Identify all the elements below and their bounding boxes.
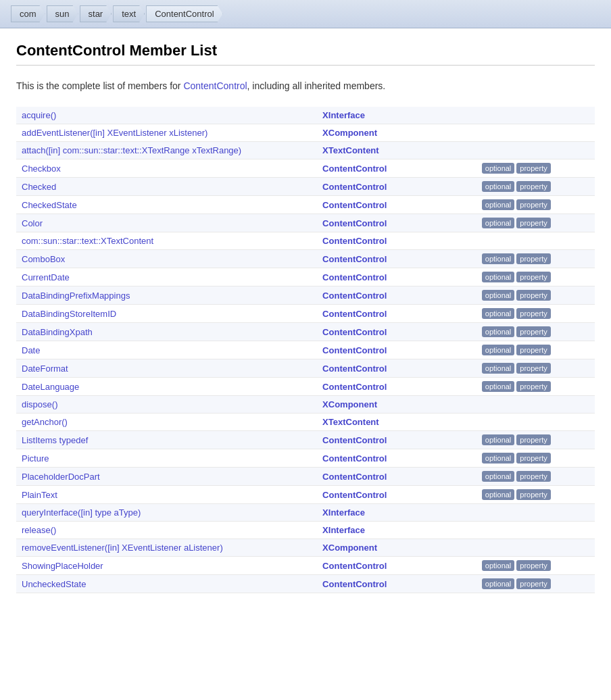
member-name-link[interactable]: DateFormat <box>22 364 68 374</box>
breadcrumb-item-contentcontrol[interactable]: ContentControl <box>146 5 222 22</box>
member-class-link[interactable]: ContentControl <box>322 472 387 482</box>
member-class-link[interactable]: XInterface <box>322 525 365 535</box>
optional-tag: optional <box>482 163 515 174</box>
table-row: PlaceholderDocPartContentControloptional… <box>16 468 595 486</box>
member-class-link[interactable]: ContentControl <box>322 291 387 301</box>
member-class-cell: ContentControl <box>317 268 479 286</box>
member-name-cell: attach([in] com::sun::star::text::XTextR… <box>16 142 317 159</box>
member-name-cell: CheckedState <box>16 196 317 214</box>
member-class-link[interactable]: ContentControl <box>322 561 387 571</box>
member-name-link[interactable]: DataBindingPrefixMappings <box>22 291 130 301</box>
breadcrumb-item-com[interactable]: com <box>11 5 45 22</box>
breadcrumb-item-star[interactable]: star <box>80 5 112 22</box>
member-class-link[interactable]: XComponent <box>322 543 377 553</box>
member-class-link[interactable]: ContentControl <box>322 364 387 374</box>
member-class-cell: ContentControl <box>317 214 479 232</box>
property-tag: property <box>516 489 550 500</box>
member-name-link[interactable]: PlainText <box>22 490 57 500</box>
member-table: acquire()XInterfaceaddEventListener([in]… <box>16 107 595 593</box>
member-name-link[interactable]: getAnchor() <box>22 417 68 427</box>
member-class-link[interactable]: XInterface <box>322 507 365 518</box>
member-tags-cell: optionalproperty <box>479 196 502 214</box>
member-class-link[interactable]: ContentControl <box>322 272 387 282</box>
member-name-link[interactable]: UncheckedState <box>22 579 86 589</box>
table-row: getAnchor()XTextContent <box>16 414 595 431</box>
member-name-link[interactable]: Picture <box>22 453 49 464</box>
member-class-link[interactable]: ContentControl <box>322 345 387 355</box>
member-class-link[interactable]: ContentControl <box>322 200 387 210</box>
member-name-link[interactable]: DataBindingStoreItemID <box>22 309 116 319</box>
member-name-cell: PlaceholderDocPart <box>16 468 317 486</box>
member-tags-cell: optionalproperty <box>479 359 502 377</box>
member-name-cell: Date <box>16 341 317 359</box>
member-tags-cell: optionalproperty <box>479 486 502 503</box>
member-class-link[interactable]: ContentControl <box>322 164 387 174</box>
member-class-link[interactable]: ContentControl <box>322 309 387 319</box>
member-tags-cell <box>479 539 502 546</box>
member-class-link[interactable]: XComponent <box>322 128 377 138</box>
member-name-link[interactable]: CurrentDate <box>22 272 70 282</box>
member-class-cell: ContentControl <box>317 449 479 468</box>
member-tags-cell: optionalproperty <box>479 178 502 195</box>
member-class-link[interactable]: ContentControl <box>322 182 387 192</box>
property-tag: property <box>516 290 550 301</box>
optional-tag: optional <box>482 290 515 301</box>
member-class-link[interactable]: ContentControl <box>322 382 387 392</box>
member-name-link[interactable]: acquire() <box>22 110 56 120</box>
member-class-link[interactable]: ContentControl <box>322 435 387 445</box>
member-name-link[interactable]: Color <box>22 218 43 228</box>
member-class-cell: ContentControl <box>317 178 479 196</box>
member-class-link[interactable]: ContentControl <box>322 254 387 264</box>
member-name-link[interactable]: DataBindingXpath <box>22 327 93 337</box>
member-name-link[interactable]: ShowingPlaceHolder <box>22 561 103 571</box>
member-name-link[interactable]: attach([in] com::sun::star::text::XTextR… <box>22 145 241 155</box>
member-name-cell: DateLanguage <box>16 378 317 396</box>
table-row: queryInterface([in] type aType)XInterfac… <box>16 504 595 522</box>
member-class-link[interactable]: ContentControl <box>322 218 387 228</box>
table-row: DataBindingPrefixMappingsContentControlo… <box>16 286 595 305</box>
member-name-link[interactable]: addEventListener([in] XEventListener xLi… <box>22 128 207 138</box>
member-name-cell: removeEventListener([in] XEventListener … <box>16 539 317 557</box>
member-class-link[interactable]: XTextContent <box>322 417 379 427</box>
table-row: UncheckedStateContentControloptionalprop… <box>16 575 595 593</box>
member-class-link[interactable]: ContentControl <box>322 327 387 337</box>
member-name-cell: DataBindingXpath <box>16 323 317 341</box>
property-tag: property <box>516 471 550 482</box>
table-row: PictureContentControloptionalproperty <box>16 449 595 468</box>
member-class-link[interactable]: ContentControl <box>322 453 387 464</box>
member-name-cell: DataBindingPrefixMappings <box>16 286 317 305</box>
member-name-link[interactable]: PlaceholderDocPart <box>22 472 100 482</box>
member-class-link[interactable]: ContentControl <box>322 490 387 500</box>
member-class-link[interactable]: XComponent <box>322 399 377 409</box>
member-name-link[interactable]: release() <box>22 525 56 535</box>
member-name-link[interactable]: removeEventListener([in] XEventListener … <box>22 543 223 553</box>
member-name-cell: UncheckedState <box>16 575 317 593</box>
description-link[interactable]: ContentControl <box>183 80 247 91</box>
member-name-link[interactable]: Date <box>22 345 40 355</box>
member-name-link[interactable]: ListItems typedef <box>22 435 88 445</box>
optional-tag: optional <box>482 381 515 392</box>
breadcrumb-item-text[interactable]: text <box>113 5 145 22</box>
table-row: attach([in] com::sun::star::text::XTextR… <box>16 142 595 159</box>
member-name-link[interactable]: dispose() <box>22 399 57 409</box>
member-name-link[interactable]: ComboBox <box>22 254 65 264</box>
member-class-cell: ContentControl <box>317 431 479 449</box>
optional-tag: optional <box>482 199 515 210</box>
member-name-link[interactable]: Checked <box>22 182 56 192</box>
member-name-link[interactable]: Checkbox <box>22 164 61 174</box>
member-class-link[interactable]: XInterface <box>322 110 365 120</box>
member-class-cell: ContentControl <box>317 341 479 359</box>
member-name-link[interactable]: queryInterface([in] type aType) <box>22 507 141 518</box>
member-name-cell: Picture <box>16 449 317 468</box>
member-class-link[interactable]: ContentControl <box>322 236 387 246</box>
optional-tag: optional <box>482 453 515 464</box>
member-name-link[interactable]: DateLanguage <box>22 382 79 392</box>
member-name-link[interactable]: CheckedState <box>22 200 77 210</box>
member-name-link[interactable]: com::sun::star::text::XTextContent <box>22 236 153 246</box>
member-class-cell: XTextContent <box>317 142 479 159</box>
breadcrumb-item-sun[interactable]: sun <box>47 5 78 22</box>
member-class-link[interactable]: XTextContent <box>322 145 379 155</box>
member-class-link[interactable]: ContentControl <box>322 579 387 589</box>
member-name-cell: addEventListener([in] XEventListener xLi… <box>16 124 317 142</box>
member-tags-cell: optionalproperty <box>479 286 502 304</box>
